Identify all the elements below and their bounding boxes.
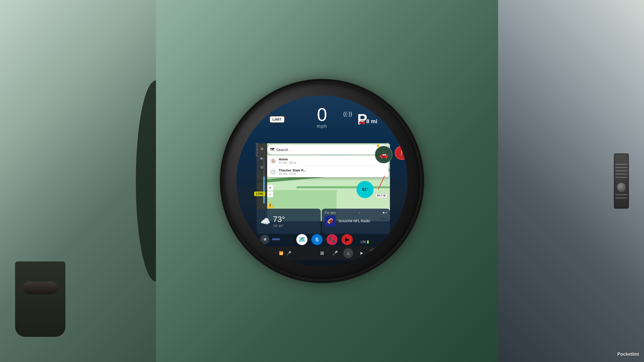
media-pagination: [383, 212, 387, 213]
right-dashboard: [498, 0, 644, 362]
bottom-widgets: ☁️ 73° 78° 60° For you ›: [257, 209, 390, 234]
climate-controls: ❄: [260, 235, 280, 244]
vent-strip: [615, 174, 627, 174]
brand-suffix: lint: [632, 352, 639, 357]
nav-buttons: ⊞ 🎤 ⌂ ➤ ↩: [317, 248, 383, 258]
power-gauge: [264, 158, 264, 204]
home-destination-content: Home 37 min · 25 mi: [279, 157, 386, 164]
media-widget[interactable]: For you › 🏈 SiriusXM NFL Radio: [322, 209, 390, 234]
fuel-indicator: [377, 145, 379, 147]
range-indicator: 🚗 8 mi: [358, 118, 377, 125]
media-content: 🏈 SiriusXM NFL Radio: [325, 215, 387, 227]
display-inner: POWER FUEL LiMiT 0 mph ((·)) P ⬜: [236, 96, 408, 266]
range-emoji: 🚗: [358, 118, 365, 125]
weather-temp-current: 73°: [273, 215, 285, 224]
display-bezel: POWER FUEL LiMiT 0 mph ((·)) P ⬜: [224, 83, 420, 279]
destination-item-home[interactable]: 🏠 Home 37 min · 25 mi: [267, 155, 389, 166]
status-bar: 1:07 pm 📶 🎤 ⊞ 🎤 ⌂ ➤ ↩: [259, 246, 387, 260]
vent-strip: [615, 177, 627, 178]
fan-icon[interactable]: ❄: [260, 235, 269, 244]
person-safety-icon: 🚶: [398, 150, 405, 156]
warning-icon: ⚠️: [267, 202, 273, 208]
search-text: Search: [276, 148, 381, 152]
destination-item-thacher[interactable]: 🕐 Thacher State P... 35 min · 23 mi: [267, 166, 389, 177]
main-display: POWER FUEL LiMiT 0 mph ((·)) P ⬜: [224, 83, 420, 279]
vent-knob[interactable]: [617, 183, 626, 192]
weather-info: 73° 78° 60°: [273, 215, 285, 228]
skype-app-icon[interactable]: S: [311, 234, 323, 245]
speed-value: 0: [317, 106, 327, 124]
phone-app-icon[interactable]: 📞: [327, 234, 338, 245]
home-button[interactable]: ⌂: [343, 248, 353, 258]
left-dashboard: [0, 0, 156, 362]
power-label: POWER: [255, 142, 258, 156]
warning-triangle-icon: ⚠️: [267, 202, 273, 209]
voice-button[interactable]: 🎤: [330, 248, 340, 258]
siriusxm-icon: 🏈: [327, 218, 333, 224]
map-search-bar[interactable]: 🗺 Search ∧: [267, 145, 389, 155]
range-value: 8 mi: [366, 118, 377, 125]
media-header: For you ›: [325, 211, 387, 214]
media-dot-active: [383, 212, 384, 213]
zoom-out-button[interactable]: −: [267, 191, 273, 197]
signal-icon: 📶: [279, 251, 283, 255]
outside-temp-label: 74 °F: [379, 255, 387, 259]
vent-strip: [615, 198, 627, 198]
thacher-destination-content: Thacher State P... 35 min · 23 mi: [279, 168, 386, 175]
weather-cloud-icon: ☁️: [260, 216, 270, 226]
map-secondary-road: [297, 186, 390, 188]
weather-widget[interactable]: ☁️ 73° 78° 60°: [257, 209, 321, 234]
lte-signal-indicator: LTE🔋: [361, 240, 370, 244]
media-thumbnail: 🏈: [325, 215, 336, 227]
home-destination-icon: 🏠: [270, 158, 276, 164]
map-road-label: NY-7 W: [375, 194, 387, 198]
grid-button[interactable]: ⊞: [317, 248, 327, 258]
low-warning-badge: LOW: [254, 192, 265, 196]
right-air-vent: [614, 153, 629, 209]
thacher-destination-icon: 🕐: [270, 169, 276, 175]
home-destination-name: Home: [279, 157, 386, 161]
vent-strip: [615, 167, 627, 168]
brand-watermark: Pocketlint: [617, 352, 639, 357]
exterior-temp-display: 61°: [356, 181, 374, 198]
charge-icon: ⬜: [372, 103, 377, 108]
maps-app-icon[interactable]: 🗺️: [296, 234, 307, 245]
media-dot: [385, 212, 387, 213]
vent-strip: [615, 170, 627, 171]
home-destination-detail: 37 min · 25 mi: [279, 161, 386, 164]
speedometer: 0 mph: [317, 106, 327, 129]
weather-temp-range: 78° 60°: [273, 224, 285, 228]
media-chevron-icon[interactable]: ›: [359, 211, 360, 214]
map-zoom-controls: + −: [267, 185, 275, 198]
media-for-you-label: For you: [325, 211, 336, 214]
climate-temp-setting[interactable]: [272, 238, 280, 240]
maps-icon: 🗺: [270, 147, 274, 152]
current-time: 1:07 pm: [263, 251, 276, 255]
navigation-button[interactable]: ➤: [356, 248, 366, 258]
steering-knob: [23, 282, 58, 294]
thacher-destination-detail: 35 min · 23 mi: [279, 172, 386, 175]
brand-prefix: Pocket: [617, 352, 632, 357]
map-settings-icon[interactable]: ⚙: [258, 145, 265, 152]
zoom-in-button[interactable]: +: [267, 185, 273, 191]
vent-strip: [615, 194, 627, 195]
mic-status-icon: 🎤: [286, 251, 291, 256]
vent-strip: [615, 164, 627, 165]
car-icon: 🚗: [379, 151, 388, 159]
search-dropdown: 🏠 Home 37 min · 25 mi 🕐 Thacher State P.…: [267, 155, 389, 177]
steering-column: [15, 261, 65, 337]
thacher-destination-name: Thacher State P...: [279, 168, 386, 172]
temp-value: 61°: [362, 187, 368, 192]
speed-limit-badge: LiMiT: [269, 116, 285, 123]
music-app-icon[interactable]: ▶: [342, 234, 353, 245]
car-status-icon[interactable]: 🚗: [375, 146, 392, 163]
safety-warning-icon[interactable]: 🚶: [395, 146, 408, 160]
media-station-name: SiriusXM NFL Radio: [338, 219, 370, 223]
wireless-icon: ((·)): [343, 111, 352, 117]
speed-unit: mph: [317, 124, 327, 129]
temp-circle: 61°: [356, 181, 374, 198]
